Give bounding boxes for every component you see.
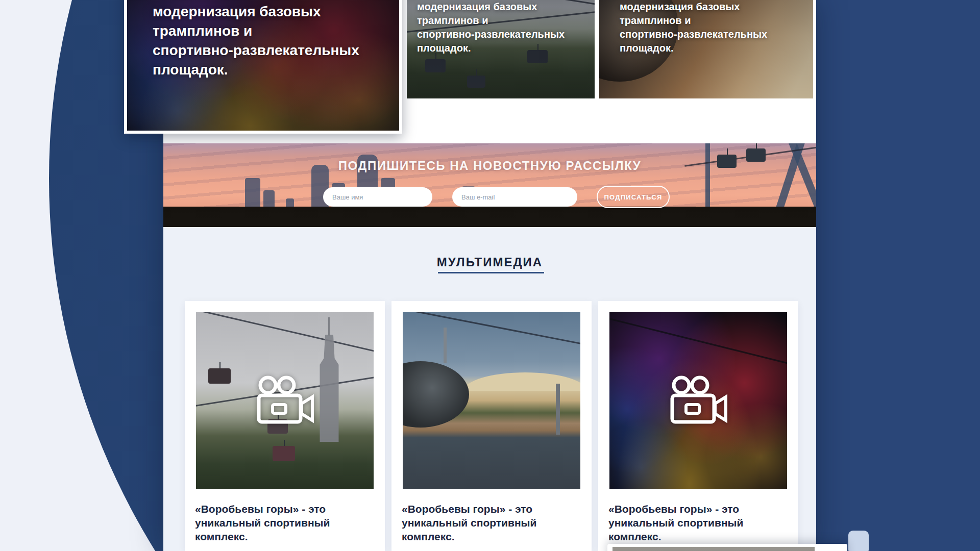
name-input[interactable] [323,187,432,207]
popup-card-image [612,547,815,551]
hero-slide-2[interactable]: модернизация базовых трамплинов и спорти… [407,0,595,98]
newsletter-title: ПОДПИШИТЕСЬ НА НОВОСТНУЮ РАССЫЛКУ [163,159,816,173]
newsletter-banner: ПОДПИШИТЕСЬ НА НОВОСТНУЮ РАССЫЛКУ ПОДПИС… [163,143,816,227]
cable-car-cabin [273,446,295,461]
multimedia-image-gondola[interactable] [403,312,580,489]
trees-silhouette [163,207,816,227]
cable-car-cabin [208,368,231,384]
video-camera-icon[interactable] [668,375,729,425]
hero-slide-text: модернизация базовых трамплинов и спорти… [417,0,565,55]
page: модернизация базовых трамплинов и спорти… [0,0,980,551]
subscribe-button[interactable]: ПОДПИСАТЬСЯ [597,186,670,208]
cable-pylon [556,384,560,435]
video-camera-icon[interactable] [254,375,315,425]
multimedia-section-title: МУЛЬТИМЕДИА [163,255,816,269]
email-input[interactable] [452,187,577,207]
hero-slide-active[interactable]: модернизация базовых трамплинов и спорти… [124,0,402,134]
cabin-hanger-arm [444,328,447,363]
multimedia-caption: «Воробьевы горы» - это уникальный спорти… [402,502,575,543]
scroll-to-top-button[interactable] [848,531,869,551]
university-spire [328,317,330,336]
gray-photo [612,547,815,551]
hero-slide-3[interactable]: модернизация базовых трамплинов и спорти… [599,0,813,98]
multimedia-caption: «Воробьевы горы» - это уникальный спорти… [608,502,782,543]
section-title-underline [438,272,544,273]
hero-slide-text: модернизация базовых трамплинов и спорти… [620,0,767,55]
multimedia-caption: «Воробьевы горы» - это уникальный спорти… [195,502,369,543]
hero-slide-text: модернизация базовых трамплинов и спорти… [153,2,359,80]
